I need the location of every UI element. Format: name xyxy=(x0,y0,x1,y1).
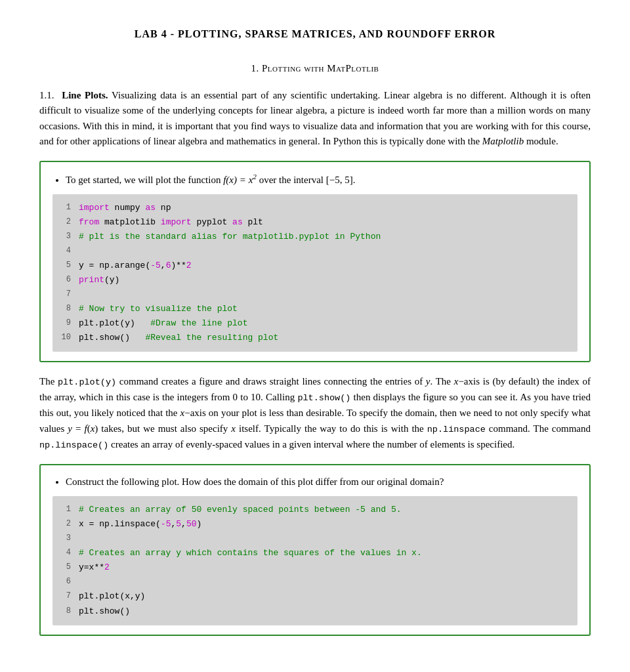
code-line-8: 8 # Now try to visualize the plot xyxy=(60,302,570,316)
code-content-9: plt.plot(y) #Draw the line plot xyxy=(79,316,570,331)
box1-bullet-item: To get started, we will plot the functio… xyxy=(66,171,578,188)
code-line-1: 1 import numpy as np xyxy=(60,201,570,215)
line-num-4: 4 xyxy=(60,244,79,259)
code2-content-5: y=x**2 xyxy=(79,560,570,575)
line-num-10: 10 xyxy=(60,331,79,345)
var-fx: f xyxy=(85,423,87,434)
line-num-8: 8 xyxy=(60,302,79,316)
code2-line-7: 7 plt.plot(x,y) xyxy=(60,589,570,604)
box2-bullet-item: Construct the following plot. How does t… xyxy=(66,474,578,490)
math-fx: f(x) = x2 xyxy=(223,175,257,185)
code-content-10: plt.show() #Reveal the resulting plot xyxy=(79,331,570,345)
code2-content-1: # Creates an array of 50 evenly spaced p… xyxy=(79,503,570,517)
code-content-3: # plt is the standard alias for matplotl… xyxy=(79,230,570,244)
paragraph-2: The plt.plot(y) command creates a figure… xyxy=(39,374,591,452)
subsection-label: 1.1. xyxy=(39,90,54,100)
matplotlib-italic: Matplotlib xyxy=(482,136,524,146)
page-title: LAB 4 - PLOTTING, SPARSE MATRICES, AND R… xyxy=(39,26,591,43)
subsection-bold-label: Line Plots. xyxy=(62,90,108,100)
var-y-2: y xyxy=(68,423,72,434)
inline-code-linspace: np.linspace xyxy=(427,425,486,434)
code-line-5: 5 y = np.arange(-5,6)**2 xyxy=(60,259,570,273)
code2-line-3: 3 xyxy=(60,532,570,546)
code2-content-8: plt.show() xyxy=(79,604,570,619)
code2-line-num-1: 1 xyxy=(60,503,79,517)
exercise-box-2: Construct the following plot. How does t… xyxy=(39,464,591,635)
code-line-3: 3 # plt is the standard alias for matplo… xyxy=(60,230,570,244)
code2-content-3 xyxy=(79,532,570,546)
code-line-4: 4 xyxy=(60,244,570,259)
code2-content-6 xyxy=(79,575,570,589)
inline-code-plt-plot: plt.plot(y) xyxy=(58,377,116,387)
line-num-1: 1 xyxy=(60,201,79,215)
code-line-6: 6 print(y) xyxy=(60,273,570,287)
code-line-2: 2 from matplotlib import pyplot as plt xyxy=(60,215,570,230)
inline-code-plt-show: plt.show() xyxy=(297,393,350,403)
code2-content-2: x = np.linspace(-5,5,50) xyxy=(79,517,570,532)
code-content-8: # Now try to visualize the plot xyxy=(79,302,570,316)
box2-bullet-list: Construct the following plot. How does t… xyxy=(66,474,578,490)
var-x-2: x xyxy=(180,408,185,418)
line-num-2: 2 xyxy=(60,215,79,230)
code2-line-4: 4 # Creates an array y which contains th… xyxy=(60,546,570,560)
code2-line-1: 1 # Creates an array of 50 evenly spaced… xyxy=(60,503,570,517)
section-heading: 1. Plotting with MatPlotlib xyxy=(39,61,591,76)
var-x-3: x xyxy=(231,423,236,434)
code2-line-num-2: 2 xyxy=(60,517,79,532)
code-content-2: from matplotlib import pyplot as plt xyxy=(79,215,570,230)
code2-line-8: 8 plt.show() xyxy=(60,604,570,619)
code2-line-num-4: 4 xyxy=(60,546,79,560)
code2-line-2: 2 x = np.linspace(-5,5,50) xyxy=(60,517,570,532)
line-num-5: 5 xyxy=(60,259,79,273)
code2-line-5: 5 y=x**2 xyxy=(60,560,570,575)
code-block-1: 1 import numpy as np 2 from matplotlib i… xyxy=(52,194,578,352)
code2-content-4: # Creates an array y which contains the … xyxy=(79,546,570,560)
code2-line-num-7: 7 xyxy=(60,589,79,604)
code-content-5: y = np.arange(-5,6)**2 xyxy=(79,259,570,273)
code-line-7: 7 xyxy=(60,287,570,302)
var-y-1: y xyxy=(426,376,430,387)
code-line-10: 10 plt.show() #Reveal the resulting plot xyxy=(60,331,570,345)
code2-line-num-5: 5 xyxy=(60,560,79,575)
inline-code-linspace-call: np.linspace() xyxy=(39,440,108,450)
intro-paragraph: 1.1. Line Plots. Visualizing data is an … xyxy=(39,88,591,149)
code-content-4 xyxy=(79,244,570,259)
line-num-9: 9 xyxy=(60,316,79,331)
code-content-1: import numpy as np xyxy=(79,201,570,215)
box1-bullet-list: To get started, we will plot the functio… xyxy=(66,171,578,188)
code2-content-7: plt.plot(x,y) xyxy=(79,589,570,604)
code-content-6: print(y) xyxy=(79,273,570,287)
exercise-box-1: To get started, we will plot the functio… xyxy=(39,161,591,362)
line-num-6: 6 xyxy=(60,273,79,287)
code-block-2: 1 # Creates an array of 50 evenly spaced… xyxy=(52,496,578,625)
var-x-1: x xyxy=(454,376,459,387)
line-num-3: 3 xyxy=(60,230,79,244)
code2-line-6: 6 xyxy=(60,575,570,589)
code2-line-num-8: 8 xyxy=(60,604,79,619)
line-num-7: 7 xyxy=(60,287,79,302)
subsection-body-end: module. xyxy=(524,136,558,146)
code2-line-num-3: 3 xyxy=(60,532,79,546)
code2-line-num-6: 6 xyxy=(60,575,79,589)
code-line-9: 9 plt.plot(y) #Draw the line plot xyxy=(60,316,570,331)
code-content-7 xyxy=(79,287,570,302)
